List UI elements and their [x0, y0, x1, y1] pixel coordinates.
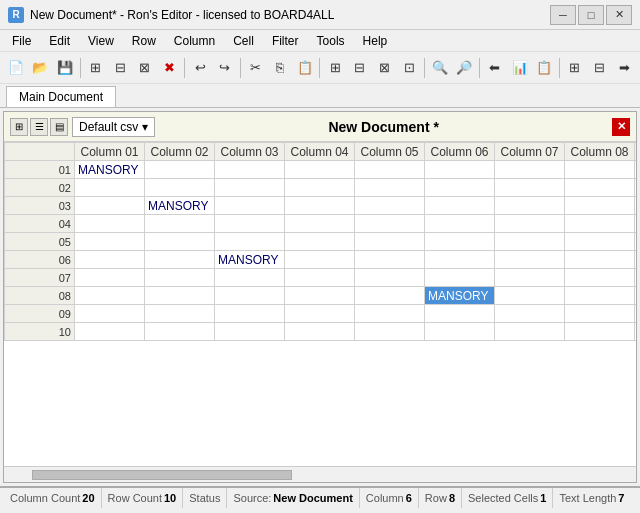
cell-r6-c5[interactable]: [425, 269, 495, 287]
horizontal-scrollbar[interactable]: [4, 466, 636, 482]
col-header-2[interactable]: Column 03: [215, 143, 285, 161]
tb-b1[interactable]: ⊞: [323, 56, 347, 80]
cell-r8-c6[interactable]: [495, 305, 565, 323]
cell-r4-c7[interactable]: [565, 233, 635, 251]
cell-r5-c3[interactable]: [285, 251, 355, 269]
cell-r9-c8[interactable]: [635, 323, 637, 341]
cell-r9-c4[interactable]: [355, 323, 425, 341]
tb-b2[interactable]: ⊟: [348, 56, 372, 80]
tb-c1[interactable]: ⬅: [483, 56, 507, 80]
cell-r0-c0[interactable]: MANSORY: [75, 161, 145, 179]
cell-r8-c5[interactable]: [425, 305, 495, 323]
cell-r7-c3[interactable]: [285, 287, 355, 305]
tb-btn2[interactable]: ⊞: [84, 56, 108, 80]
cell-r5-c0[interactable]: [75, 251, 145, 269]
tb-d3[interactable]: ➡: [612, 56, 636, 80]
cell-r0-c8[interactable]: [635, 161, 637, 179]
tb-btn5[interactable]: ✖: [158, 56, 182, 80]
cell-r3-c6[interactable]: [495, 215, 565, 233]
cell-r3-c4[interactable]: [355, 215, 425, 233]
cell-r6-c4[interactable]: [355, 269, 425, 287]
cut-button[interactable]: ✂: [244, 56, 268, 80]
search2-button[interactable]: 🔎: [453, 56, 477, 80]
cell-r4-c5[interactable]: [425, 233, 495, 251]
cell-r5-c4[interactable]: [355, 251, 425, 269]
minimize-button[interactable]: ─: [550, 5, 576, 25]
copy-button[interactable]: ⎘: [268, 56, 292, 80]
cell-r0-c1[interactable]: [145, 161, 215, 179]
open-button[interactable]: 📂: [29, 56, 53, 80]
cell-r2-c2[interactable]: [215, 197, 285, 215]
tb-c2[interactable]: 📊: [508, 56, 532, 80]
cell-r8-c3[interactable]: [285, 305, 355, 323]
tb-b4[interactable]: ⊡: [397, 56, 421, 80]
cell-r2-c1[interactable]: MANSORY: [145, 197, 215, 215]
col-header-1[interactable]: Column 02: [145, 143, 215, 161]
cell-r4-c1[interactable]: [145, 233, 215, 251]
new-button[interactable]: 📄: [4, 56, 28, 80]
cell-r2-c7[interactable]: [565, 197, 635, 215]
cell-r9-c5[interactable]: [425, 323, 495, 341]
cell-r2-c5[interactable]: [425, 197, 495, 215]
main-document-tab[interactable]: Main Document: [6, 86, 116, 107]
doc-icon1[interactable]: ⊞: [10, 118, 28, 136]
cell-r3-c8[interactable]: [635, 215, 637, 233]
tb-b3[interactable]: ⊠: [373, 56, 397, 80]
cell-r7-c8[interactable]: [635, 287, 637, 305]
doc-icon3[interactable]: ▤: [50, 118, 68, 136]
cell-r1-c0[interactable]: [75, 179, 145, 197]
cell-r9-c3[interactable]: [285, 323, 355, 341]
cell-r3-c2[interactable]: [215, 215, 285, 233]
cell-r9-c1[interactable]: [145, 323, 215, 341]
menu-item-column[interactable]: Column: [166, 32, 223, 50]
cell-r7-c7[interactable]: [565, 287, 635, 305]
tb-btn3[interactable]: ⊟: [108, 56, 132, 80]
col-header-6[interactable]: Column 07: [495, 143, 565, 161]
cell-r2-c3[interactable]: [285, 197, 355, 215]
cell-r5-c8[interactable]: [635, 251, 637, 269]
col-header-8[interactable]: Column 09: [635, 143, 637, 161]
cell-r4-c6[interactable]: [495, 233, 565, 251]
col-header-5[interactable]: Column 06: [425, 143, 495, 161]
cell-r5-c5[interactable]: [425, 251, 495, 269]
cell-r1-c3[interactable]: [285, 179, 355, 197]
col-header-3[interactable]: Column 04: [285, 143, 355, 161]
cell-r3-c5[interactable]: [425, 215, 495, 233]
cell-r1-c1[interactable]: [145, 179, 215, 197]
csv-format-dropdown[interactable]: Default csv ▾: [72, 117, 155, 137]
menu-item-tools[interactable]: Tools: [309, 32, 353, 50]
menu-item-filter[interactable]: Filter: [264, 32, 307, 50]
cell-r5-c7[interactable]: [565, 251, 635, 269]
cell-r7-c4[interactable]: [355, 287, 425, 305]
hscrollbar-thumb[interactable]: [32, 470, 292, 480]
redo-button[interactable]: ↪: [213, 56, 237, 80]
cell-r4-c4[interactable]: [355, 233, 425, 251]
cell-r0-c4[interactable]: [355, 161, 425, 179]
cell-r7-c5[interactable]: MANSORY: [425, 287, 495, 305]
cell-r2-c6[interactable]: [495, 197, 565, 215]
cell-r4-c0[interactable]: [75, 233, 145, 251]
menu-item-edit[interactable]: Edit: [41, 32, 78, 50]
cell-r2-c0[interactable]: [75, 197, 145, 215]
cell-r0-c2[interactable]: [215, 161, 285, 179]
cell-r5-c1[interactable]: [145, 251, 215, 269]
cell-r9-c7[interactable]: [565, 323, 635, 341]
cell-r3-c0[interactable]: [75, 215, 145, 233]
cell-r4-c8[interactable]: [635, 233, 637, 251]
cell-r4-c3[interactable]: [285, 233, 355, 251]
menu-item-file[interactable]: File: [4, 32, 39, 50]
cell-r3-c1[interactable]: [145, 215, 215, 233]
cell-r0-c6[interactable]: [495, 161, 565, 179]
cell-r5-c6[interactable]: [495, 251, 565, 269]
cell-r6-c1[interactable]: [145, 269, 215, 287]
doc-icon2[interactable]: ☰: [30, 118, 48, 136]
tb-btn4[interactable]: ⊠: [133, 56, 157, 80]
cell-r2-c8[interactable]: [635, 197, 637, 215]
menu-item-view[interactable]: View: [80, 32, 122, 50]
cell-r1-c2[interactable]: [215, 179, 285, 197]
tb-d2[interactable]: ⊟: [588, 56, 612, 80]
cell-r6-c8[interactable]: [635, 269, 637, 287]
cell-r7-c2[interactable]: [215, 287, 285, 305]
cell-r1-c6[interactable]: [495, 179, 565, 197]
cell-r1-c4[interactable]: [355, 179, 425, 197]
